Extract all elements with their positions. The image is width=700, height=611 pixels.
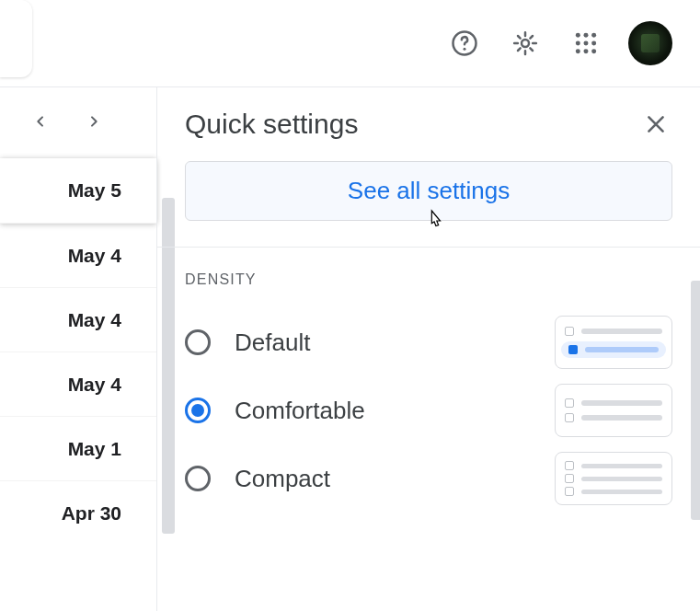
density-preview (555, 384, 672, 437)
density-section-label: DENSITY (185, 271, 672, 288)
date-item[interactable]: May 4 (0, 287, 156, 352)
avatar[interactable] (628, 21, 672, 65)
scrollbar[interactable] (691, 281, 700, 520)
gear-icon[interactable] (507, 25, 544, 62)
date-item[interactable]: May 4 (0, 223, 156, 287)
density-option[interactable]: Comfortable (185, 376, 672, 444)
close-icon[interactable] (639, 108, 672, 141)
density-option-label: Compact (235, 465, 555, 493)
radio-button[interactable] (185, 329, 211, 355)
help-icon[interactable] (446, 25, 483, 62)
date-item[interactable]: Apr 30 (0, 480, 156, 545)
panel-title: Quick settings (185, 109, 358, 140)
next-page-button[interactable] (83, 110, 105, 133)
svg-point-11 (591, 49, 596, 53)
density-preview (555, 316, 672, 369)
density-preview (555, 452, 672, 505)
svg-point-10 (584, 49, 589, 53)
date-item[interactable]: May 4 (0, 352, 156, 416)
svg-point-7 (584, 41, 589, 46)
svg-point-2 (522, 40, 529, 47)
svg-point-4 (584, 33, 589, 38)
search-box-edge[interactable] (0, 0, 32, 77)
svg-point-3 (576, 33, 580, 38)
density-option[interactable]: Default (185, 308, 672, 376)
svg-point-1 (464, 48, 466, 51)
quick-settings-panel: Quick settings See all settings DENSITY … (156, 87, 700, 611)
density-option[interactable]: Compact (185, 444, 672, 513)
radio-button[interactable] (185, 398, 211, 423)
density-option-label: Default (235, 329, 555, 357)
topbar (0, 0, 700, 87)
radio-button[interactable] (185, 466, 211, 491)
date-item[interactable]: May 1 (0, 416, 156, 480)
svg-point-6 (576, 41, 580, 46)
see-all-settings-label: See all settings (348, 177, 510, 205)
prev-page-button[interactable] (29, 110, 52, 133)
see-all-settings-button[interactable]: See all settings (185, 161, 672, 221)
date-sidebar: May 5May 4May 4May 4May 1Apr 30 (0, 87, 156, 611)
svg-point-9 (576, 49, 580, 53)
date-item[interactable]: May 5 (0, 158, 156, 223)
density-option-label: Comfortable (235, 397, 555, 425)
apps-grid-icon[interactable] (568, 25, 604, 62)
cursor-icon (425, 209, 445, 233)
svg-point-8 (591, 41, 596, 46)
svg-point-5 (591, 33, 596, 38)
